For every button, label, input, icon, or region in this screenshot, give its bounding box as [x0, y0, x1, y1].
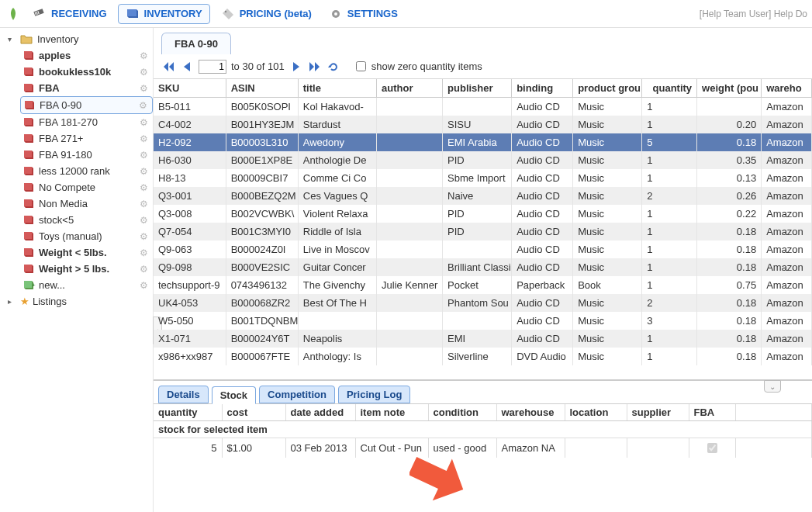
- table-expand-handle[interactable]: ⌄: [764, 380, 781, 393]
- pager-last-icon[interactable]: [308, 61, 322, 73]
- book-icon: [23, 199, 36, 209]
- stock-column-header[interactable]: condition: [428, 404, 496, 421]
- gear-icon[interactable]: ⚙: [140, 231, 148, 242]
- table-row[interactable]: Q7-054B001C3MYI0Riddle of IslaPIDAudio C…: [154, 223, 812, 240]
- table-cell: Audio CD: [512, 169, 573, 187]
- column-header[interactable]: title: [298, 79, 376, 98]
- column-header[interactable]: wareho: [762, 79, 812, 98]
- stock-column-header[interactable]: date added: [285, 404, 355, 421]
- table-row[interactable]: Q9-063B000024Z0ILive in MoscovAudio CDMu…: [154, 240, 812, 258]
- sidebar-item[interactable]: bookukless10k⚙: [20, 64, 153, 80]
- detail-tab[interactable]: Stock: [212, 386, 256, 404]
- book-icon: [23, 133, 36, 144]
- column-header[interactable]: publisher: [443, 79, 512, 98]
- table-cell: [443, 312, 512, 330]
- gear-icon[interactable]: ⚙: [140, 199, 148, 209]
- gear-icon[interactable]: ⚙: [140, 182, 148, 193]
- stock-row[interactable]: 5 $1.00 03 Feb 2013 Cut Out - Pun used -…: [154, 438, 812, 458]
- pager-next-icon[interactable]: [289, 61, 303, 73]
- table-cell: 5: [642, 133, 697, 151]
- column-header[interactable]: product grou: [573, 79, 642, 98]
- column-header[interactable]: weight (pou: [697, 79, 762, 98]
- tree-collapse-icon[interactable]: ▾: [8, 35, 17, 43]
- column-header[interactable]: SKU: [154, 79, 226, 98]
- table-row[interactable]: techsupport-90743496132The GivenchyJulie…: [154, 276, 812, 294]
- table-row[interactable]: UK4-053B000068ZR2Best Of The HPhantom So…: [154, 294, 812, 312]
- pager-refresh-icon[interactable]: [327, 61, 340, 73]
- gear-icon[interactable]: ⚙: [139, 100, 147, 111]
- sidebar-item[interactable]: Weight < 5lbs.⚙: [20, 244, 153, 261]
- sidebar-item[interactable]: stock<5⚙: [20, 212, 153, 228]
- table-row[interactable]: H8-13B00009CBI7Comme Ci CoSbme ImportAud…: [154, 169, 812, 187]
- stock-column-header[interactable]: FBA: [689, 404, 735, 421]
- tree-root-inventory[interactable]: ▾ Inventory: [5, 31, 153, 47]
- stock-column-header[interactable]: location: [565, 404, 627, 421]
- sidebar-item[interactable]: +new...⚙: [20, 277, 153, 293]
- sidebar-item[interactable]: FBA 0-90⚙: [20, 96, 153, 114]
- tab-receiving[interactable]: RECEIVING: [26, 4, 113, 24]
- table-cell: 0.18: [697, 223, 762, 240]
- stock-column-header[interactable]: quantity: [154, 404, 222, 421]
- sidebar-item[interactable]: No Compete⚙: [20, 179, 153, 195]
- pager-page-input[interactable]: [199, 60, 226, 74]
- gear-icon[interactable]: ⚙: [140, 150, 148, 161]
- sidebar-item[interactable]: less 12000 rank⚙: [20, 163, 153, 179]
- sidebar-item[interactable]: FBA 271+⚙: [20, 130, 153, 147]
- sidebar-item[interactable]: apples⚙: [20, 47, 153, 64]
- sidebar-item[interactable]: FBA 181-270⚙: [20, 114, 153, 130]
- table-row[interactable]: Q9-098B000VE2SICGuitar ConcerBrilliant C…: [154, 258, 812, 276]
- detail-tab[interactable]: Competition: [259, 386, 335, 403]
- table-row[interactable]: H6-030B000E1XP8EAnthologie DePIDAudio CD…: [154, 151, 812, 169]
- detail-tab[interactable]: Details: [158, 386, 209, 403]
- table-row[interactable]: W5-050B001TDQNBMAudio CDMusic30.18Amazon: [154, 312, 812, 330]
- gear-icon[interactable]: ⚙: [140, 133, 148, 144]
- gear-icon[interactable]: ⚙: [140, 67, 148, 78]
- tab-settings[interactable]: SETTINGS: [323, 4, 404, 24]
- sidebar-item[interactable]: FBA⚙: [20, 80, 153, 96]
- tree-root-listings[interactable]: ▸ ★ Listings: [5, 293, 153, 310]
- table-row[interactable]: C4-002B001HY3EJMStardustSISUAudio CDMusi…: [154, 116, 812, 133]
- sidebar-item-label: FBA 91-180: [39, 149, 92, 161]
- gear-icon[interactable]: ⚙: [140, 280, 148, 291]
- gear-icon[interactable]: ⚙: [140, 264, 148, 275]
- table-cell: Music: [573, 294, 642, 312]
- detail-tab[interactable]: Pricing Log: [338, 386, 411, 403]
- show-zero-qty-checkbox[interactable]: [356, 61, 366, 71]
- gear-icon[interactable]: ⚙: [140, 247, 148, 258]
- sidebar-item[interactable]: Non Media⚙: [20, 195, 153, 212]
- gear-icon[interactable]: ⚙: [140, 166, 148, 177]
- stock-column-header[interactable]: supplier: [627, 404, 689, 421]
- table-row[interactable]: B5-011B005K0SOPIKol Hakavod-Audio CDMusi…: [154, 98, 812, 116]
- table-row[interactable]: Q3-008B002VCWBK\Violent RelaxaPIDAudio C…: [154, 205, 812, 223]
- table-row[interactable]: Q3-001B000BEZQ2MCes Vagues QNaiveAudio C…: [154, 187, 812, 205]
- column-header[interactable]: ASIN: [226, 79, 298, 98]
- pager-first-icon[interactable]: [161, 61, 175, 73]
- tree-expand-icon[interactable]: ▸: [8, 297, 17, 306]
- table-cell: [377, 240, 443, 258]
- gear-icon[interactable]: ⚙: [140, 117, 148, 128]
- stock-column-header[interactable]: warehouse: [496, 404, 565, 421]
- table-cell: B002VCWBK\: [226, 205, 298, 223]
- stock-column-header[interactable]: item note: [355, 404, 428, 421]
- stock-fba-checkbox[interactable]: [707, 443, 717, 453]
- gear-icon[interactable]: ⚙: [140, 215, 148, 226]
- panel-tab[interactable]: FBA 0-90: [161, 33, 231, 54]
- column-header[interactable]: binding: [512, 79, 573, 98]
- table-row[interactable]: x986+xx987B000067FTEAnthology: IsSilverl…: [154, 348, 812, 365]
- column-header[interactable]: quantity: [642, 79, 697, 98]
- table-cell: Q9-063: [154, 240, 226, 258]
- table-cell: B000BEZQ2M: [226, 187, 298, 205]
- sidebar-item[interactable]: Toys (manual)⚙: [20, 228, 153, 244]
- sidebar-item[interactable]: Weight > 5 lbs.⚙: [20, 261, 153, 277]
- sidebar-item[interactable]: FBA 91-180⚙: [20, 147, 153, 163]
- stock-column-header[interactable]: cost: [222, 404, 285, 421]
- table-cell: Q9-098: [154, 258, 226, 276]
- gear-icon[interactable]: ⚙: [140, 83, 148, 94]
- table-row[interactable]: H2-092B00003L310AwedonyEMI ArabiaAudio C…: [154, 133, 812, 151]
- gear-icon[interactable]: ⚙: [140, 50, 148, 61]
- pager-prev-icon[interactable]: [180, 61, 194, 73]
- column-header[interactable]: author: [377, 79, 443, 98]
- table-row[interactable]: X1-071B000024Y6TNeapolisEMIAudio CDMusic…: [154, 330, 812, 348]
- tab-inventory[interactable]: INVENTORY: [118, 4, 210, 24]
- tab-pricing[interactable]: PRICING (beta): [215, 4, 318, 24]
